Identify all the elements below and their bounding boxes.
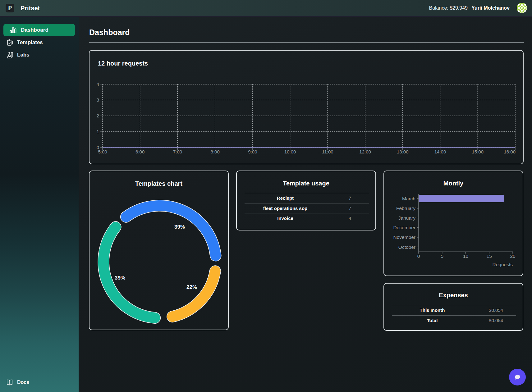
- svg-text:10:00: 10:00: [284, 149, 296, 154]
- svg-text:December: December: [393, 225, 416, 230]
- svg-text:11:00: 11:00: [322, 149, 333, 154]
- svg-text:12:00: 12:00: [359, 149, 371, 154]
- svg-text:10: 10: [463, 253, 469, 259]
- svg-text:5: 5: [441, 253, 443, 259]
- svg-text:3: 3: [97, 97, 99, 103]
- svg-text:6:00: 6:00: [135, 149, 144, 154]
- svg-text:15: 15: [487, 253, 492, 259]
- svg-text:16:00: 16:00: [504, 149, 516, 154]
- svg-text:15:00: 15:00: [472, 149, 484, 154]
- svg-text:9:00: 9:00: [248, 149, 257, 154]
- svg-text:February: February: [396, 206, 415, 211]
- svg-text:November: November: [393, 235, 416, 240]
- svg-text:14:00: 14:00: [434, 149, 446, 154]
- svg-text:0: 0: [417, 253, 420, 259]
- svg-text:1: 1: [97, 129, 99, 134]
- svg-text:March: March: [402, 196, 415, 201]
- svg-text:Requests: Requests: [493, 262, 513, 267]
- svg-text:8:00: 8:00: [211, 149, 220, 154]
- svg-text:January: January: [398, 215, 415, 221]
- svg-text:5:00: 5:00: [98, 149, 107, 154]
- svg-text:4: 4: [97, 81, 99, 87]
- svg-text:13:00: 13:00: [397, 149, 409, 154]
- svg-text:20: 20: [510, 253, 516, 259]
- svg-text:7:00: 7:00: [173, 149, 182, 154]
- svg-text:2: 2: [97, 113, 99, 118]
- svg-text:October: October: [398, 244, 415, 250]
